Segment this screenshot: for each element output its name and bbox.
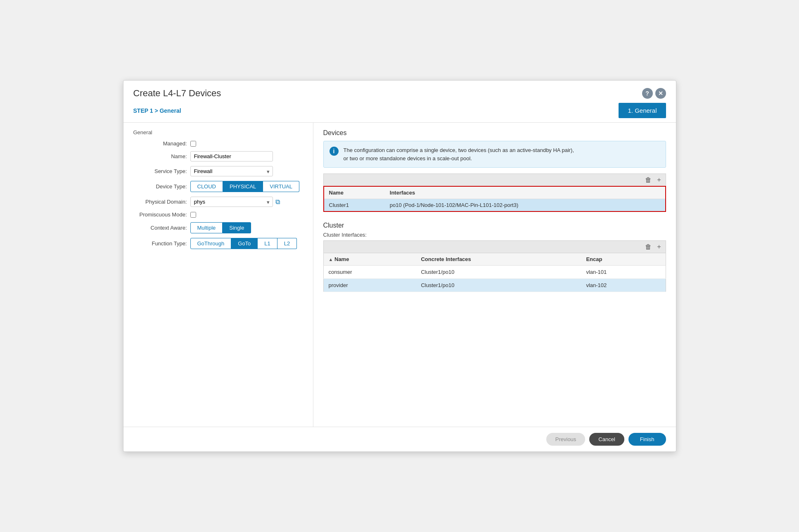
ci-col-encap: Encap: [581, 253, 666, 266]
name-label: Name:: [133, 153, 187, 159]
name-row: Name:: [133, 151, 303, 162]
previous-button: Previous: [546, 433, 586, 446]
help-icon[interactable]: ?: [642, 88, 653, 99]
cluster-title: Cluster: [323, 222, 666, 229]
ci-encap-cell: vlan-101: [581, 266, 666, 279]
device-type-row: Device Type: CLOUD PHYSICAL VIRTUAL: [133, 181, 303, 192]
create-l4l7-dialog: Create L4-L7 Devices ? ✕ STEP 1 > Genera…: [123, 80, 676, 452]
dialog-body: General Managed: Name: Service Type: Fir…: [123, 123, 676, 427]
service-type-label: Service Type:: [133, 168, 187, 174]
table-row[interactable]: consumer Cluster1/po10 vlan-101: [323, 266, 666, 279]
device-interfaces-cell: po10 (Pod-1/Node-101-102/MAC-Pin-L101-10…: [385, 199, 666, 212]
context-aware-btn-group: Multiple Single: [190, 222, 251, 233]
device-name-cell: Cluster1: [324, 199, 385, 212]
devices-add-icon[interactable]: ＋: [656, 176, 662, 184]
finish-button[interactable]: Finish: [628, 433, 666, 446]
physical-domain-label: Physical Domain:: [133, 199, 187, 205]
ci-name-cell: consumer: [323, 266, 416, 279]
ci-name-cell: provider: [323, 279, 416, 292]
dialog-footer: Previous Cancel Finish: [123, 427, 676, 451]
ci-col-name: ▲ Name: [323, 253, 416, 266]
cluster-toolbar: 🗑 ＋: [323, 240, 666, 253]
device-type-btn-group: CLOUD PHYSICAL VIRTUAL: [190, 181, 300, 192]
function-type-l2-btn[interactable]: L2: [277, 238, 297, 249]
context-aware-multiple-btn[interactable]: Multiple: [190, 222, 223, 233]
promiscuous-mode-checkbox[interactable]: [190, 212, 196, 218]
function-type-btn-group: GoThrough GoTo L1 L2: [190, 238, 297, 249]
copy-icon[interactable]: ⧉: [275, 198, 280, 206]
ci-concrete-cell: Cluster1/po10: [416, 266, 581, 279]
step-label: STEP 1 > General: [133, 107, 181, 114]
function-type-row: Function Type: GoThrough GoTo L1 L2: [133, 238, 303, 249]
info-box: i The configuration can comprise a singl…: [323, 141, 666, 168]
ci-concrete-cell: Cluster1/po10: [416, 279, 581, 292]
device-type-label: Device Type:: [133, 183, 187, 190]
devices-toolbar: 🗑 ＋: [323, 173, 666, 186]
cluster-section: Cluster Cluster Interfaces: 🗑 ＋ ▲ Name C…: [323, 222, 666, 292]
cancel-button[interactable]: Cancel: [589, 433, 624, 446]
close-icon[interactable]: ✕: [655, 88, 666, 99]
cluster-interfaces-label: Cluster Interfaces:: [323, 232, 666, 238]
service-type-row: Service Type: Firewall: [133, 166, 303, 176]
ci-encap-cell: vlan-102: [581, 279, 666, 292]
service-type-select[interactable]: Firewall: [190, 166, 273, 176]
managed-row: Managed:: [133, 140, 303, 147]
function-type-l1-btn[interactable]: L1: [258, 238, 277, 249]
info-text: The configuration can comprise a single …: [344, 146, 574, 162]
info-icon: i: [330, 147, 339, 156]
context-aware-row: Context Aware: Multiple Single: [133, 222, 303, 233]
context-aware-single-btn[interactable]: Single: [223, 222, 251, 233]
service-type-select-wrapper: Firewall: [190, 166, 273, 176]
dialog-title: Create L4-L7 Devices: [133, 88, 221, 99]
managed-checkbox[interactable]: [190, 141, 196, 147]
general-section-title: General: [133, 129, 303, 135]
physical-domain-controls: phys ⧉: [190, 197, 280, 207]
step-badge: 1. General: [619, 103, 666, 118]
name-input[interactable]: [190, 151, 273, 162]
physical-domain-row: Physical Domain: phys ⧉: [133, 197, 303, 207]
cluster-interfaces-table: ▲ Name Concrete Interfaces Encap consume…: [323, 253, 666, 292]
function-type-gothrough-btn[interactable]: GoThrough: [190, 238, 232, 249]
function-type-label: Function Type:: [133, 240, 187, 247]
right-panel: Devices i The configuration can comprise…: [313, 123, 676, 427]
physical-domain-select[interactable]: phys: [190, 197, 273, 207]
devices-delete-icon[interactable]: 🗑: [645, 176, 652, 184]
cluster-delete-icon[interactable]: 🗑: [645, 243, 652, 251]
cluster-add-icon[interactable]: ＋: [656, 242, 662, 251]
devices-col-interfaces: Interfaces: [385, 186, 666, 199]
table-row[interactable]: Cluster1 po10 (Pod-1/Node-101-102/MAC-Pi…: [324, 199, 666, 212]
device-type-physical-btn[interactable]: PHYSICAL: [223, 181, 263, 192]
left-panel: General Managed: Name: Service Type: Fir…: [123, 123, 313, 427]
promiscuous-mode-row: Promiscuous Mode:: [133, 211, 303, 218]
managed-label: Managed:: [133, 140, 187, 147]
header-icons: ? ✕: [642, 88, 666, 99]
devices-col-name: Name: [324, 186, 385, 199]
promiscuous-mode-label: Promiscuous Mode:: [133, 211, 187, 218]
ci-col-concrete: Concrete Interfaces: [416, 253, 581, 266]
context-aware-label: Context Aware:: [133, 225, 187, 231]
device-type-cloud-btn[interactable]: CLOUD: [190, 181, 223, 192]
step-row: STEP 1 > General 1. General: [123, 99, 676, 118]
physical-domain-select-wrapper: phys: [190, 197, 273, 207]
device-type-virtual-btn[interactable]: VIRTUAL: [263, 181, 299, 192]
table-row[interactable]: provider Cluster1/po10 vlan-102: [323, 279, 666, 292]
dialog-header: Create L4-L7 Devices ? ✕: [123, 81, 676, 99]
devices-section-title: Devices: [323, 129, 666, 137]
function-type-goto-btn[interactable]: GoTo: [231, 238, 258, 249]
devices-table: Name Interfaces Cluster1 po10 (Pod-1/Nod…: [323, 186, 666, 212]
